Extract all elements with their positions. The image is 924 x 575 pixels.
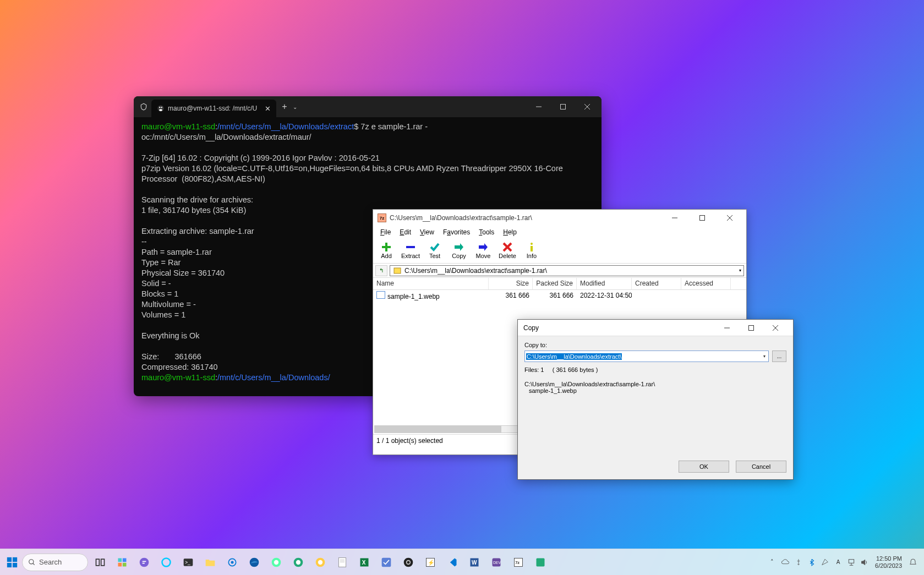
menu-edit[interactable]: Edit — [396, 227, 415, 237]
header-modified[interactable]: Modified — [577, 278, 632, 289]
menu-file[interactable]: File — [376, 227, 395, 237]
edge-beta-icon[interactable] — [269, 555, 284, 570]
vscode-icon[interactable] — [445, 555, 460, 570]
obs-icon[interactable] — [401, 555, 416, 570]
svg-rect-9 — [700, 216, 705, 221]
svg-text:X: X — [362, 560, 366, 566]
file-icon — [376, 291, 385, 299]
archive-icon — [392, 266, 402, 275]
header-name[interactable]: Name — [373, 278, 489, 289]
svg-line-29 — [33, 563, 35, 565]
svg-point-46 — [296, 560, 300, 564]
language-icon[interactable]: A — [832, 555, 844, 570]
maximize-button[interactable] — [739, 321, 763, 335]
chevron-down-icon[interactable]: ▾ — [762, 354, 767, 359]
chat-button[interactable] — [136, 555, 152, 570]
copy-button[interactable]: Copy — [449, 242, 469, 259]
svg-rect-66 — [849, 559, 854, 563]
tab-close-icon[interactable]: ✕ — [265, 105, 271, 113]
notepad-icon[interactable] — [335, 555, 350, 570]
network-icon[interactable] — [845, 555, 857, 570]
check-icon — [428, 242, 441, 252]
delete-button[interactable]: Delete — [497, 242, 517, 259]
usb-icon[interactable] — [792, 555, 805, 570]
info-button[interactable]: Info — [522, 242, 542, 259]
close-button[interactable] — [718, 210, 742, 226]
header-created[interactable]: Created — [632, 278, 681, 289]
svg-text:DEV: DEV — [493, 561, 501, 565]
svg-point-28 — [29, 559, 34, 563]
copilot-button[interactable] — [158, 555, 174, 570]
move-button[interactable]: Move — [473, 242, 493, 259]
chevron-down-icon[interactable]: ▾ — [739, 268, 741, 273]
add-button[interactable]: Add — [376, 242, 396, 259]
menubar: File Edit View Favorites Tools Help — [373, 226, 746, 238]
word-icon[interactable]: W — [467, 555, 482, 570]
menu-favorites[interactable]: Favorites — [439, 227, 474, 237]
menu-tools[interactable]: Tools — [475, 227, 498, 237]
new-tab-button[interactable]: + — [282, 102, 287, 112]
header-size[interactable]: Size — [489, 278, 533, 289]
svg-rect-49 — [338, 557, 346, 567]
file-explorer-icon[interactable] — [203, 555, 218, 570]
menu-help[interactable]: Help — [499, 227, 521, 237]
widgets-button[interactable] — [114, 555, 130, 570]
start-button[interactable] — [4, 555, 20, 570]
status-selection: 1 / 1 object(s) selected — [376, 437, 443, 445]
terminal-titlebar[interactable]: mauro@vm-w11-ssd: /mnt/c/U ✕ + ⌄ — [134, 96, 602, 117]
powertoys-icon[interactable]: ⚡ — [423, 555, 438, 570]
svg-rect-30 — [96, 559, 100, 566]
toolbar: Add Extract Test Copy Move Delete Info — [373, 238, 746, 264]
tab-dropdown-icon[interactable]: ⌄ — [293, 104, 297, 110]
maximize-button[interactable] — [551, 98, 575, 116]
cancel-button[interactable]: Cancel — [736, 461, 786, 473]
sevenzip-taskbar-icon[interactable]: 7z — [511, 555, 526, 570]
search-box[interactable]: Search — [22, 554, 88, 571]
minimize-button[interactable] — [715, 321, 739, 335]
minimize-button[interactable] — [527, 98, 551, 116]
svg-point-41 — [231, 561, 234, 563]
edge-dev-icon[interactable] — [291, 555, 306, 570]
volume-icon[interactable] — [859, 555, 871, 570]
bluetooth-icon[interactable] — [806, 555, 818, 570]
chevron-up-icon[interactable]: ˄ — [766, 555, 778, 570]
menu-view[interactable]: View — [416, 227, 438, 237]
close-button[interactable] — [575, 98, 599, 116]
minimize-button[interactable] — [663, 210, 687, 226]
task-view-button[interactable] — [92, 555, 108, 570]
excel-icon[interactable]: X — [357, 555, 372, 570]
app-icon[interactable] — [533, 555, 548, 570]
settings-icon[interactable] — [225, 555, 240, 570]
dialog-titlebar[interactable]: Copy — [518, 320, 793, 336]
to-do-icon[interactable] — [379, 555, 394, 570]
up-folder-button[interactable]: ↰ — [375, 265, 387, 276]
files-count: Files: 1 — [524, 366, 544, 373]
destination-input[interactable]: C:\Users\m__la\Downloads\extract\ ▾ — [524, 351, 769, 362]
sevenzip-icon: 7z — [378, 213, 386, 222]
onedrive-icon[interactable] — [779, 555, 791, 570]
svg-rect-65 — [537, 558, 545, 566]
svg-point-2 — [159, 107, 160, 108]
taskbar: Search >_ X ⚡ W DEV 7z ˄ A 12:50 PM — [0, 549, 924, 575]
dev-home-icon[interactable]: DEV — [489, 555, 504, 570]
svg-point-48 — [318, 560, 322, 564]
close-button[interactable] — [763, 321, 788, 335]
browse-button[interactable]: ... — [772, 351, 786, 362]
extract-button[interactable]: Extract — [401, 242, 420, 259]
svg-point-3 — [161, 107, 162, 108]
terminal-app-icon[interactable]: >_ — [181, 555, 196, 570]
clock[interactable]: 12:50 PM 6/20/2023 — [872, 555, 905, 569]
file-row[interactable]: sample-1_1.webp 361 666 361 666 2022-12-… — [373, 290, 746, 301]
ok-button[interactable]: OK — [679, 461, 729, 473]
header-accessed[interactable]: Accessed — [681, 278, 731, 289]
notification-icon[interactable] — [906, 555, 920, 570]
address-input[interactable]: C:\Users\m__la\Downloads\extract\sample-… — [390, 265, 744, 276]
sevenzip-titlebar[interactable]: 7z C:\Users\m__la\Downloads\extract\samp… — [373, 210, 746, 226]
location-icon[interactable] — [819, 555, 831, 570]
maximize-button[interactable] — [690, 210, 714, 226]
edge-canary-icon[interactable] — [313, 555, 328, 570]
edge-icon[interactable] — [247, 555, 262, 570]
header-packed[interactable]: Packed Size — [533, 278, 577, 289]
terminal-tab[interactable]: mauro@vm-w11-ssd: /mnt/c/U ✕ — [151, 100, 276, 117]
test-button[interactable]: Test — [425, 242, 445, 259]
